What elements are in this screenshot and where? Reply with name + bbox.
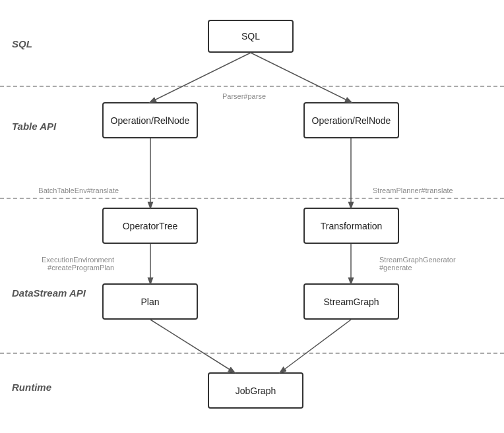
edge-label-exec-env-create: ExecutionEnvironment #createProgramPlan <box>18 256 114 272</box>
jobgraph: JobGraph <box>208 372 303 409</box>
layer-label-sql: SQL <box>12 38 32 49</box>
separator-3 <box>0 353 504 354</box>
arrows-svg <box>0 0 504 433</box>
layer-label-table-api: Table API <box>12 121 56 132</box>
edge-label-stream-graph-gen: StreamGraphGenerator #generate <box>379 256 482 272</box>
diagram-container: SQL Table API DataStream API Runtime SQL… <box>0 0 504 433</box>
layer-label-runtime: Runtime <box>12 382 51 393</box>
transformation: Transformation <box>303 208 399 244</box>
edge-label-batch-translate: BatchTableEnv#translate <box>26 187 119 194</box>
sql-node: SQL <box>208 20 294 53</box>
layer-label-datastream-api: DataStream API <box>12 287 86 299</box>
edge-label-stream-planner-translate: StreamPlanner#translate <box>373 187 475 194</box>
separator-2 <box>0 198 504 199</box>
op-relnode-right: Operation/RelNode <box>303 102 399 138</box>
plan: Plan <box>102 283 198 320</box>
op-relnode-left: Operation/RelNode <box>102 102 198 138</box>
edge-label-parser-parse: Parser#parse <box>191 92 297 100</box>
operator-tree: OperatorTree <box>102 208 198 244</box>
svg-line-6 <box>150 320 234 372</box>
separator-1 <box>0 86 504 87</box>
streamgraph: StreamGraph <box>303 283 399 320</box>
svg-line-7 <box>280 320 351 372</box>
